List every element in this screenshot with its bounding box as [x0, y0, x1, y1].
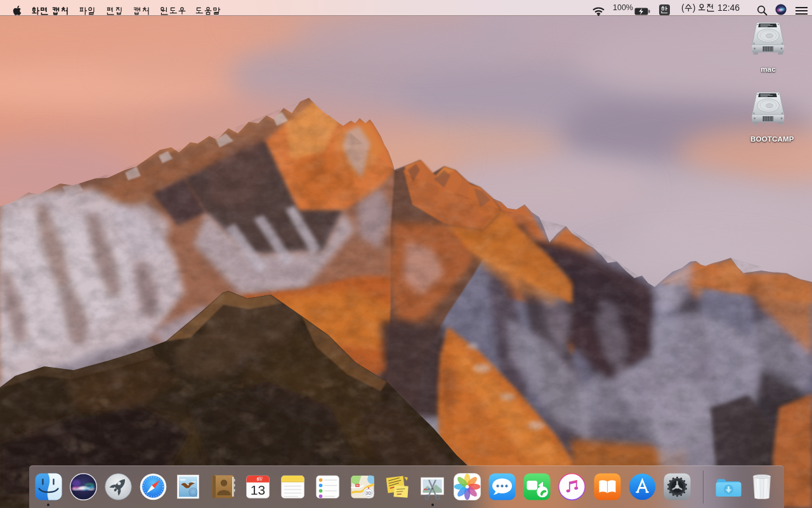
- svg-text:3D: 3D: [366, 491, 372, 495]
- svg-text:280: 280: [356, 485, 360, 487]
- svg-text:6: 6: [257, 477, 259, 481]
- svg-text:13: 13: [251, 483, 265, 497]
